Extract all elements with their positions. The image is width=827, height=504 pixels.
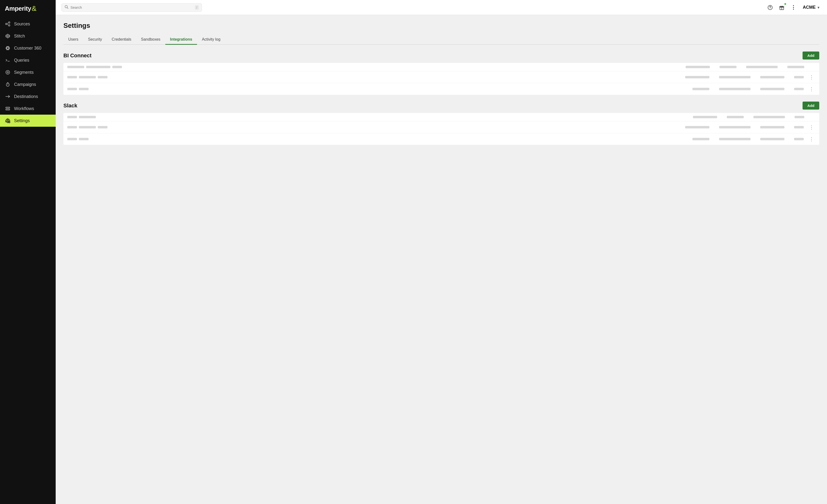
table-row: ⋮ xyxy=(63,133,819,145)
segments-icon xyxy=(5,70,11,75)
bi-connect-add-button[interactable]: Add xyxy=(802,52,819,59)
customer360-icon xyxy=(5,46,11,51)
logo-ampersand: & xyxy=(32,4,37,13)
more-options-button[interactable]: ⋮ xyxy=(789,3,797,12)
sidebar-item-label: Campaigns xyxy=(14,82,36,87)
sidebar-item-destinations[interactable]: Destinations xyxy=(0,91,56,103)
sidebar-item-segments[interactable]: Segments xyxy=(0,66,56,78)
svg-point-0 xyxy=(6,23,7,25)
more-icon: ⋮ xyxy=(791,5,796,10)
sidebar-item-workflows[interactable]: Workflows xyxy=(0,103,56,115)
destinations-icon xyxy=(5,94,11,99)
bi-connect-table: ⋮ ⋮ xyxy=(63,63,819,95)
slack-add-button[interactable]: Add xyxy=(802,102,819,110)
topbar-actions: ⋮ ACME ▾ xyxy=(766,3,821,12)
sidebar-item-stitch[interactable]: Stitch xyxy=(0,30,56,42)
slack-section: Slack Add xyxy=(63,102,819,145)
row-more-button[interactable]: ⋮ xyxy=(808,136,815,142)
sidebar: Amperity& Sources xyxy=(0,0,56,504)
sidebar-item-queries[interactable]: Queries xyxy=(0,54,56,66)
search-shortcut: / xyxy=(195,5,199,10)
logo: Amperity& xyxy=(0,0,56,18)
svg-point-13 xyxy=(7,71,8,73)
sidebar-item-label: Stitch xyxy=(14,34,25,39)
table-row xyxy=(63,113,819,121)
table-row: ⋮ xyxy=(63,83,819,95)
gift-button[interactable] xyxy=(778,3,786,12)
bi-connect-header: BI Connect Add xyxy=(63,52,819,59)
svg-point-12 xyxy=(6,70,10,74)
help-button[interactable] xyxy=(766,3,774,12)
row-more-button[interactable]: ⋮ xyxy=(808,124,815,130)
sidebar-item-sources[interactable]: Sources xyxy=(0,18,56,30)
slack-title: Slack xyxy=(63,103,78,109)
tab-activity-log[interactable]: Activity log xyxy=(197,35,225,45)
search-input[interactable] xyxy=(70,5,193,9)
page-content: Settings Users Security Credentials Sand… xyxy=(56,15,827,504)
sidebar-item-label: Segments xyxy=(14,70,34,75)
table-row: ⋮ xyxy=(63,71,819,83)
sidebar-item-customer360[interactable]: Customer 360 xyxy=(0,42,56,54)
svg-point-25 xyxy=(770,8,770,8)
page-title: Settings xyxy=(63,22,819,30)
svg-line-23 xyxy=(67,7,68,8)
bi-connect-section: BI Connect Add xyxy=(63,52,819,95)
slack-header: Slack Add xyxy=(63,102,819,110)
sidebar-item-label: Workflows xyxy=(14,106,34,111)
svg-point-18 xyxy=(7,120,8,121)
tabs: Users Security Credentials Sandboxes Int… xyxy=(63,35,819,45)
table-row: ⋮ xyxy=(63,121,819,133)
svg-point-1 xyxy=(8,22,10,23)
sidebar-item-label: Customer 360 xyxy=(14,46,41,51)
topbar: / ⋮ xyxy=(56,0,827,15)
workflows-icon xyxy=(5,106,11,111)
sidebar-item-campaigns[interactable]: Campaigns xyxy=(0,78,56,91)
row-more-button[interactable]: ⋮ xyxy=(808,74,815,80)
svg-line-4 xyxy=(7,24,8,25)
queries-icon xyxy=(5,58,11,63)
tab-users[interactable]: Users xyxy=(63,35,83,45)
svg-point-2 xyxy=(8,25,10,26)
chevron-down-icon: ▾ xyxy=(818,6,819,9)
logo-text: Amperity xyxy=(5,5,31,12)
user-name: ACME xyxy=(803,5,816,10)
sidebar-item-label: Sources xyxy=(14,21,30,26)
sidebar-item-settings[interactable]: Settings xyxy=(0,115,56,127)
svg-rect-17 xyxy=(6,109,10,110)
tab-security[interactable]: Security xyxy=(83,35,107,45)
tab-integrations[interactable]: Integrations xyxy=(165,35,197,45)
sidebar-item-label: Destinations xyxy=(14,94,38,99)
svg-rect-16 xyxy=(6,107,10,108)
search-container[interactable]: / xyxy=(61,3,202,12)
gift-notification-dot xyxy=(784,3,786,5)
table-row xyxy=(63,63,819,71)
bi-connect-title: BI Connect xyxy=(63,53,92,59)
tab-sandboxes[interactable]: Sandboxes xyxy=(136,35,165,45)
slack-table: ⋮ ⋮ xyxy=(63,113,819,145)
search-icon xyxy=(65,5,68,10)
tab-credentials[interactable]: Credentials xyxy=(107,35,136,45)
sidebar-nav: Sources Stitch Cu xyxy=(0,18,56,504)
campaigns-icon xyxy=(5,82,11,87)
sidebar-item-label: Settings xyxy=(14,118,30,123)
stitch-icon xyxy=(5,34,11,39)
sources-icon xyxy=(5,21,11,26)
svg-line-3 xyxy=(7,23,8,24)
main-wrapper: / ⋮ xyxy=(56,0,827,504)
user-menu-button[interactable]: ACME ▾ xyxy=(801,4,821,11)
sidebar-item-label: Queries xyxy=(14,58,29,63)
settings-icon xyxy=(5,118,11,123)
row-more-button[interactable]: ⋮ xyxy=(808,86,815,92)
